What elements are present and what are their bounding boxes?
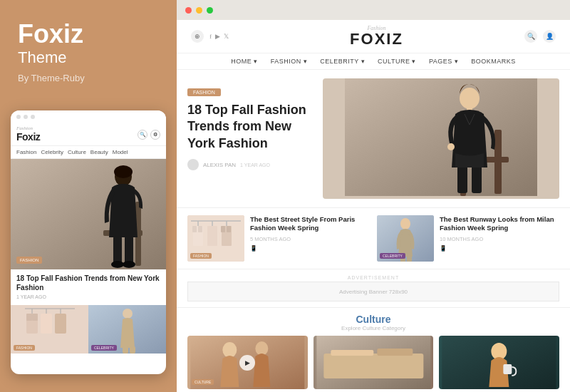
mobile-article-text: 18 Top Fall Fashion Trends from New York… [11,269,166,302]
mobile-logo-script: Fashion [16,126,33,131]
desktop-nav: HOME ▾ FASHION ▾ CELEBRITY ▾ CULTURE ▾ P… [177,53,570,70]
twitter-icon[interactable]: 𝕏 [224,33,229,40]
nav-home[interactable]: HOME ▾ [231,58,258,65]
small-card-1-device-icon: 📱 [250,245,370,252]
desktop-logo: Fashion FOXIZ [350,26,403,47]
left-panel: Foxiz Theme By Theme-Ruby Fashion Foxiz … [0,0,177,392]
mobile-cat-culture[interactable]: Culture [68,149,86,155]
hero-text: FASHION 18 Top Fall Fashion Trends from … [187,78,316,199]
small-card-1-badge: FASHION [190,253,212,259]
small-card-2: CELEBRITY The Best Runway Looks from Mil… [377,215,559,262]
desktop-header: ⊕ f ▶ 𝕏 Fashion FOXIZ 🔍 👤 [177,20,570,53]
youtube-icon[interactable]: ▶ [215,33,220,40]
window-dot-close[interactable] [185,7,192,14]
desktop-user-icon[interactable]: 👤 [543,30,556,43]
nav-fashion[interactable]: FASHION ▾ [271,58,308,65]
culture-card-1[interactable]: ▶ CULTURE [187,336,308,389]
svg-point-4 [114,165,133,178]
svg-rect-53 [331,350,373,356]
svg-point-29 [447,143,455,150]
small-cards: FASHION The Best Street Style From Paris… [177,208,570,269]
svg-rect-23 [345,78,537,196]
mobile-cat-fashion[interactable]: Fashion [16,149,36,155]
brand-title: Foxiz [18,21,159,47]
culture-subtitle: Explore Culture Category [187,325,559,331]
hero-badge: FASHION [187,88,221,96]
culture-card-3[interactable] [439,336,559,389]
mobile-search-icon[interactable]: 🔍 [138,130,147,140]
mobile-cat-model[interactable]: Model [113,149,128,155]
mobile-logo-main: Foxiz [16,131,40,143]
hero-title: 18 Top Fall Fashion Trends from New York… [187,102,316,152]
culture-card-3-img [439,336,559,389]
mobile-nav-icons: 🔍 ⚙ [138,130,160,140]
nav-celebrity[interactable]: CELEBRITY ▾ [320,58,365,65]
svg-point-49 [222,342,237,358]
svg-rect-57 [504,364,512,374]
ad-label: ADVERTISEMENT [187,275,559,280]
small-card-1-meta: 5 MONTHS AGO [250,236,370,242]
culture-play-btn[interactable]: ▶ [239,355,255,371]
culture-card-2[interactable] [314,336,434,389]
mobile-cat-beauty[interactable]: Beauty [90,149,108,155]
small-card-1-text: The Best Street Style From Paris Fashion… [250,215,370,252]
svg-rect-38 [192,226,197,232]
svg-rect-15 [26,314,32,321]
small-card-1-img: FASHION [187,215,244,262]
svg-rect-43 [227,226,231,232]
svg-rect-16 [32,314,38,321]
hero-author-avatar [187,159,199,170]
svg-point-7 [111,261,124,268]
nav-bookmarks[interactable]: BOOKMARKS [471,58,516,65]
culture-section: Culture Explore Culture Category [177,308,570,392]
window-dot-minimize[interactable] [196,7,202,14]
mobile-settings-icon[interactable]: ⚙ [150,130,160,140]
mobile-hero-figure [11,159,166,269]
hero-image [323,78,559,199]
mobile-top-bar [11,110,166,123]
svg-point-27 [460,88,480,109]
ad-section: ADVERTISEMENT Advertising Banner 728x90 [177,269,570,308]
small-card-2-device-icon: 📱 [440,245,559,252]
svg-rect-5 [113,236,122,264]
svg-rect-42 [221,226,225,232]
mobile-dot-3 [31,115,35,119]
svg-rect-0 [11,159,166,269]
small-card-1: FASHION The Best Street Style From Paris… [187,215,370,262]
desktop-header-left: ⊕ f ▶ 𝕏 [191,30,229,43]
small-card-2-meta: 10 MONTHS AGO [440,236,559,242]
small-card-2-img: CELEBRITY [377,215,434,262]
svg-rect-25 [494,130,502,194]
culture-header: Culture Explore Culture Category [187,314,559,331]
mobile-article-title: 18 Top Fall Fashion Trends from New York… [16,274,160,292]
desktop-header-right: 🔍 👤 [524,30,556,43]
hero-section: FASHION 18 Top Fall Fashion Trends from … [177,70,570,208]
hero-meta: ALEXIS PAN 1 YEAR AGO [187,159,316,170]
svg-rect-6 [125,236,133,264]
small-card-2-text: The Best Runway Looks from Milan Fashion… [440,215,559,252]
mobile-nav: Fashion Foxiz 🔍 ⚙ [11,123,166,146]
svg-rect-52 [323,354,423,378]
desktop-mockup: ⊕ f ▶ 𝕏 Fashion FOXIZ 🔍 👤 HOME ▾ FASHION… [177,0,570,392]
mobile-card-1-badge: FASHION [14,345,35,351]
svg-rect-47 [407,255,412,262]
nav-culture[interactable]: CULTURE ▾ [378,58,416,65]
desktop-settings-icon[interactable]: ⊕ [191,30,204,43]
hero-author: ALEXIS PAN [203,162,236,168]
window-dot-maximize[interactable] [207,7,213,14]
facebook-icon[interactable]: f [209,33,212,40]
mobile-nav-left: Fashion Foxiz [16,126,40,143]
mobile-card-2-badge: CELEBRITY [91,345,117,351]
mobile-mockup: Fashion Foxiz 🔍 ⚙ Fashion Celebrity Cult… [11,110,166,374]
hero-time: 1 YEAR AGO [240,163,270,167]
mobile-categories: Fashion Celebrity Culture Beauty Model [11,146,166,159]
mobile-cat-celebrity[interactable]: Celebrity [41,149,63,155]
desktop-search-icon[interactable]: 🔍 [524,30,537,43]
svg-rect-39 [198,226,202,232]
culture-card-1-badge: CULTURE [192,379,214,385]
culture-cards: ▶ CULTURE [187,336,559,389]
nav-pages[interactable]: PAGES ▾ [429,58,458,65]
svg-point-45 [400,218,410,229]
desktop-content: ⊕ f ▶ 𝕏 Fashion FOXIZ 🔍 👤 HOME ▾ FASHION… [177,20,570,392]
mobile-hero-image [11,159,166,269]
